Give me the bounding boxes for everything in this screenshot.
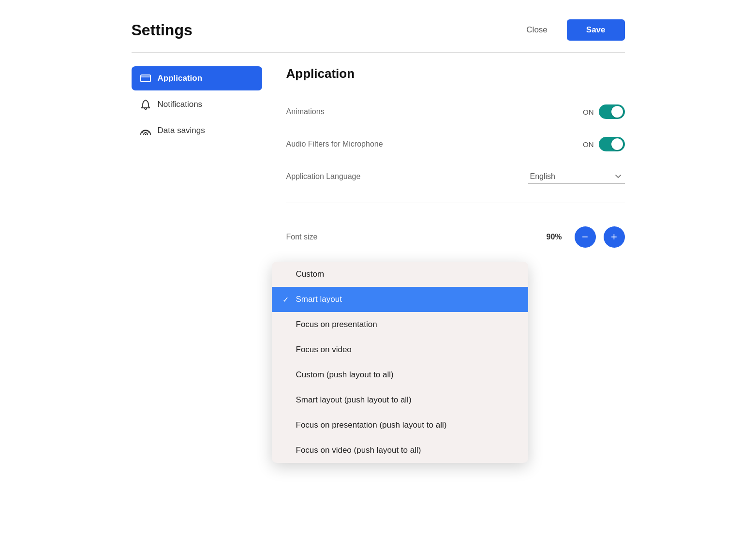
content-title: Application bbox=[286, 66, 625, 81]
audio-filters-control: ON bbox=[460, 137, 625, 151]
font-size-buttons: 90% − + bbox=[547, 226, 625, 248]
notifications-icon bbox=[140, 99, 151, 110]
setting-row-language: Application Language English Spanish Fre… bbox=[286, 161, 625, 193]
content-panel: Application Animations ON bbox=[272, 66, 625, 283]
font-size-label: Font size bbox=[286, 233, 460, 241]
dropdown-item-focus-video-push[interactable]: Focus on video (push layout to all) bbox=[272, 438, 528, 463]
sidebar-label-application: Application bbox=[158, 74, 203, 83]
dropdown-label-focus-presentation-push: Focus on presentation (push layout to al… bbox=[296, 420, 447, 430]
language-label: Application Language bbox=[286, 172, 460, 181]
setting-row-layout-type: Layout type Custom ✓ Smart layout bbox=[286, 257, 625, 283]
setting-row-animations: Animations ON bbox=[286, 96, 625, 128]
focus-video-check-icon bbox=[282, 345, 291, 354]
dropdown-item-focus-presentation[interactable]: Focus on presentation bbox=[272, 312, 528, 337]
content-divider bbox=[286, 203, 625, 203]
header-actions: Close Save bbox=[519, 19, 624, 41]
dropdown-item-custom-push[interactable]: Custom (push layout to all) bbox=[272, 362, 528, 387]
dropdown-item-focus-video[interactable]: Focus on video bbox=[272, 337, 528, 362]
smart-layout-check-icon: ✓ bbox=[282, 295, 291, 304]
settings-header: Settings Close Save bbox=[132, 19, 625, 41]
audio-filters-toggle-wrapper: ON bbox=[583, 137, 625, 151]
focus-presentation-push-check-icon bbox=[282, 421, 291, 430]
layout-dropdown-overlay: + bbox=[604, 226, 625, 248]
language-control: English Spanish French German Japanese C… bbox=[460, 169, 625, 184]
sidebar-label-notifications: Notifications bbox=[158, 100, 203, 109]
dropdown-label-custom-push: Custom (push layout to all) bbox=[296, 370, 394, 380]
svg-rect-0 bbox=[141, 75, 150, 82]
main-layout: Application Notifications bbox=[132, 66, 625, 283]
sidebar-item-notifications[interactable]: Notifications bbox=[132, 92, 262, 117]
dropdown-item-smart-layout[interactable]: ✓ Smart layout bbox=[272, 287, 528, 312]
dropdown-item-smart-push[interactable]: Smart layout (push layout to all) bbox=[272, 387, 528, 413]
dropdown-label-focus-presentation: Focus on presentation bbox=[296, 320, 377, 329]
sidebar-item-data-savings[interactable]: Data savings bbox=[132, 119, 262, 143]
custom-push-check-icon bbox=[282, 371, 291, 379]
dropdown-label-focus-video: Focus on video bbox=[296, 345, 352, 355]
close-button[interactable]: Close bbox=[519, 21, 555, 39]
svg-point-2 bbox=[145, 134, 146, 135]
save-button[interactable]: Save bbox=[567, 19, 625, 41]
sidebar: Application Notifications bbox=[132, 66, 272, 283]
font-size-value: 90% bbox=[547, 233, 567, 241]
dropdown-label-smart-push: Smart layout (push layout to all) bbox=[296, 395, 412, 405]
header-divider bbox=[132, 52, 625, 53]
focus-presentation-check-icon bbox=[282, 320, 291, 329]
font-size-increase-button[interactable]: + bbox=[604, 226, 625, 248]
font-size-decrease-button[interactable]: − bbox=[575, 226, 596, 248]
animations-toggle-wrapper: ON bbox=[583, 104, 625, 119]
animations-control: ON bbox=[460, 104, 625, 119]
dropdown-label-smart-layout: Smart layout bbox=[296, 295, 342, 304]
page-title: Settings bbox=[132, 21, 193, 39]
font-size-control: 90% − + bbox=[460, 226, 625, 248]
audio-filters-toggle[interactable] bbox=[599, 137, 625, 151]
layout-type-dropdown: Custom ✓ Smart layout Focus on presentat… bbox=[272, 262, 528, 463]
dropdown-label-focus-video-push: Focus on video (push layout to all) bbox=[296, 446, 421, 455]
focus-video-push-check-icon bbox=[282, 446, 291, 455]
audio-filters-label: Audio Filters for Microphone bbox=[286, 140, 460, 149]
data-savings-icon bbox=[140, 125, 151, 136]
application-icon bbox=[140, 73, 151, 84]
custom-check-icon bbox=[282, 270, 291, 279]
sidebar-label-data-savings: Data savings bbox=[158, 126, 205, 135]
dropdown-item-focus-presentation-push[interactable]: Focus on presentation (push layout to al… bbox=[272, 413, 528, 438]
setting-row-audio-filters: Audio Filters for Microphone ON bbox=[286, 128, 625, 161]
audio-filters-toggle-state: ON bbox=[583, 140, 594, 149]
dropdown-item-custom[interactable]: Custom bbox=[272, 262, 528, 287]
animations-label: Animations bbox=[286, 107, 460, 116]
animations-toggle-state: ON bbox=[583, 108, 594, 116]
animations-toggle[interactable] bbox=[599, 104, 625, 119]
language-select[interactable]: English Spanish French German Japanese C… bbox=[528, 169, 625, 184]
smart-push-check-icon bbox=[282, 396, 291, 404]
dropdown-label-custom: Custom bbox=[296, 269, 325, 279]
sidebar-item-application[interactable]: Application bbox=[132, 66, 262, 90]
setting-row-font-size: Font size 90% − + bbox=[286, 218, 625, 257]
